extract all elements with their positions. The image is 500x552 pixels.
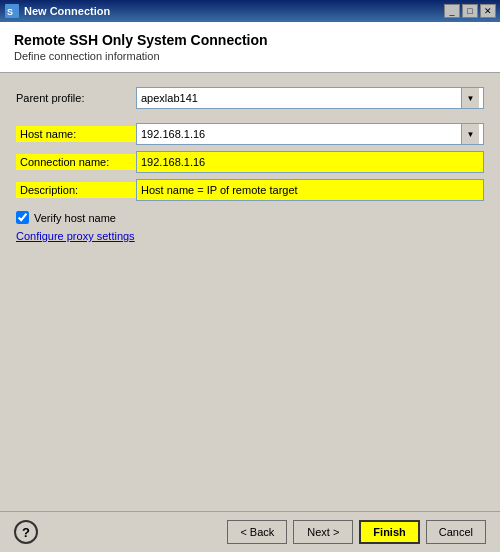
host-name-row: Host name: 192.168.1.16 ▼ xyxy=(16,123,484,145)
parent-profile-value: apexlab141 xyxy=(141,92,461,104)
connection-name-row: Connection name: xyxy=(16,151,484,173)
minimize-button[interactable]: _ xyxy=(444,4,460,18)
navigation-buttons: < Back Next > Finish Cancel xyxy=(227,520,486,544)
next-button[interactable]: Next > xyxy=(293,520,353,544)
parent-profile-label: Parent profile: xyxy=(16,92,136,104)
window-title: New Connection xyxy=(24,5,444,17)
description-input[interactable] xyxy=(136,179,484,201)
page-title: Remote SSH Only System Connection xyxy=(14,32,486,48)
description-row: Description: xyxy=(16,179,484,201)
parent-profile-row: Parent profile: apexlab141 ▼ xyxy=(16,87,484,109)
connection-name-input[interactable] xyxy=(136,151,484,173)
configure-proxy-link[interactable]: Configure proxy settings xyxy=(16,230,135,242)
host-name-value: 192.168.1.16 xyxy=(141,128,461,140)
window-controls: _ □ ✕ xyxy=(444,4,496,18)
proxy-settings-link-container: Configure proxy settings xyxy=(16,224,484,243)
header-section: Remote SSH Only System Connection Define… xyxy=(0,22,500,73)
connection-name-label: Connection name: xyxy=(16,154,136,170)
description-label: Description: xyxy=(16,182,136,198)
verify-host-checkbox[interactable] xyxy=(16,211,29,224)
title-bar: S New Connection _ □ ✕ xyxy=(0,0,500,22)
maximize-button[interactable]: □ xyxy=(462,4,478,18)
content-area: Parent profile: apexlab141 ▼ Host name: … xyxy=(0,73,500,511)
button-bar: ? < Back Next > Finish Cancel xyxy=(0,511,500,552)
host-name-label: Host name: xyxy=(16,126,136,142)
window-body: Remote SSH Only System Connection Define… xyxy=(0,22,500,552)
help-button[interactable]: ? xyxy=(14,520,38,544)
parent-profile-dropdown-arrow[interactable]: ▼ xyxy=(461,88,479,108)
verify-host-row: Verify host name xyxy=(16,211,484,224)
app-icon: S xyxy=(4,3,20,19)
parent-profile-combo[interactable]: apexlab141 ▼ xyxy=(136,87,484,109)
verify-host-label: Verify host name xyxy=(34,212,116,224)
svg-text:S: S xyxy=(7,7,13,17)
finish-button[interactable]: Finish xyxy=(359,520,419,544)
host-name-dropdown-arrow[interactable]: ▼ xyxy=(461,124,479,144)
cancel-button[interactable]: Cancel xyxy=(426,520,486,544)
host-name-combo[interactable]: 192.168.1.16 ▼ xyxy=(136,123,484,145)
page-subtitle: Define connection information xyxy=(14,50,486,62)
back-button[interactable]: < Back xyxy=(227,520,287,544)
close-button[interactable]: ✕ xyxy=(480,4,496,18)
